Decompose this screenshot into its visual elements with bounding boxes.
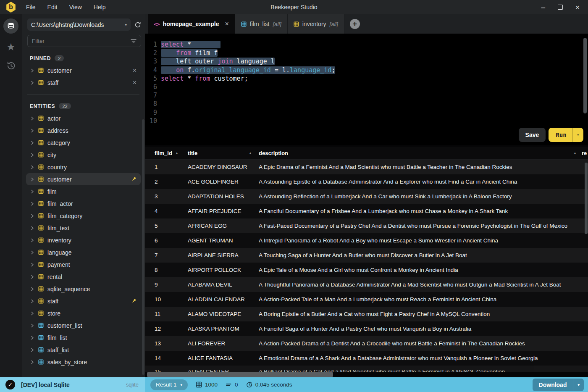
sidebar-item-actor[interactable]: actor (26, 112, 141, 124)
table-row[interactable]: 8AIRPORT POLLOCKA Epic Tale of a Moose A… (145, 263, 588, 277)
chevron-right-icon[interactable] (30, 360, 34, 364)
sidebar-item-language[interactable]: language (26, 246, 141, 258)
chevron-right-icon[interactable] (30, 324, 34, 328)
chevron-right-icon[interactable] (30, 116, 34, 121)
chevron-right-icon[interactable] (30, 129, 34, 133)
table-row[interactable]: 14ALICE FANTASIAA Emotional Drama of a A… (145, 351, 588, 366)
chevron-right-icon[interactable] (30, 336, 34, 340)
chevron-right-icon[interactable] (30, 202, 34, 206)
menu-edit[interactable]: Edit (45, 3, 60, 11)
chevron-right-icon[interactable] (30, 299, 34, 303)
column-header-film_id[interactable]: film_id▲ (155, 150, 188, 156)
sidebar-item-store[interactable]: store (26, 307, 141, 319)
database-icon[interactable] (3, 18, 18, 34)
save-button[interactable]: Save (519, 128, 546, 142)
table-row[interactable]: 10ALADDIN CALENDARA Action-Packed Tale o… (145, 292, 588, 307)
table-row[interactable]: 13ALI FOREVERA Action-Packed Drama of a … (145, 336, 588, 351)
sidebar-item-rental[interactable]: rental (26, 271, 141, 283)
history-icon[interactable] (6, 61, 16, 71)
chevron-right-icon[interactable] (30, 153, 34, 157)
chevron-right-icon[interactable] (30, 226, 34, 230)
filter-icon[interactable] (131, 39, 136, 44)
minimize-icon[interactable]: – (541, 4, 545, 11)
connection-status[interactable]: ✓ [DEV] local Sqlite sqlite (0, 377, 145, 392)
sidebar-item-staff_list[interactable]: staff_list (26, 344, 141, 356)
editor-scrollbar[interactable] (583, 38, 587, 113)
table-row[interactable]: 4AFFAIR PREJUDICEA Fanciful Documentary … (145, 204, 588, 218)
filter-input[interactable] (32, 38, 131, 44)
table-row[interactable]: 6AGENT TRUMANA Intrepid Panorama of a Ro… (145, 233, 588, 248)
sidebar-item-staff[interactable]: staff (26, 295, 141, 307)
chevron-right-icon[interactable] (30, 68, 34, 73)
pinned-item-staff[interactable]: staff× (26, 76, 141, 89)
close-window-icon[interactable]: × (575, 4, 580, 11)
table-row[interactable]: 1ACADEMY DINOSAURA Epic Drama of a Femin… (145, 160, 588, 174)
chevron-right-icon[interactable] (30, 238, 34, 242)
sidebar-item-inventory[interactable]: inventory (26, 234, 141, 246)
download-button-label[interactable]: Download (533, 379, 573, 391)
sidebar-item-customer_list[interactable]: customer_list (26, 319, 141, 331)
sidebar-item-film_category[interactable]: film_category (26, 210, 141, 222)
run-dropdown-icon[interactable]: ▾ (572, 128, 583, 142)
refresh-icon[interactable] (134, 21, 141, 28)
chevron-right-icon[interactable] (30, 81, 34, 85)
sidebar-item-film[interactable]: film (26, 185, 141, 197)
column-header-re[interactable]: re (582, 150, 588, 156)
table-row[interactable]: 2ACE GOLDFINGERA Astounding Epistle of a… (145, 174, 588, 189)
maximize-icon[interactable] (558, 5, 563, 10)
sidebar-item-category[interactable]: category (26, 137, 141, 149)
sidebar-item-payment[interactable]: payment (26, 258, 141, 271)
chevron-right-icon[interactable] (30, 311, 34, 316)
sort-asc-icon[interactable]: ▲ (573, 151, 577, 155)
menu-file[interactable]: File (24, 3, 38, 11)
table-row[interactable]: 15ALIEN CENTERA Brilliant Drama of a Cat… (145, 366, 588, 372)
sidebar-item-film_text[interactable]: film_text (26, 222, 141, 234)
chevron-right-icon[interactable] (30, 165, 34, 169)
table-row[interactable]: 7AIRPLANE SIERRAA Touching Saga of a Hun… (145, 248, 588, 263)
table-row[interactable]: 3ADAPTATION HOLESA Astounding Reflection… (145, 189, 588, 204)
unpin-close-icon[interactable]: × (133, 67, 136, 74)
sidebar-item-city[interactable]: city (26, 149, 141, 161)
tab-homepage_example[interactable]: <>homepage_example× (148, 14, 235, 34)
results-horizontal-scrollbar[interactable] (147, 372, 333, 377)
sidebar-item-sqlite_sequence[interactable]: sqlite_sequence (26, 283, 141, 295)
sort-asc-icon[interactable]: ▲ (249, 151, 252, 155)
sidebar-item-country[interactable]: country (26, 161, 141, 173)
favorites-star-icon[interactable]: ★ (6, 42, 16, 52)
chevron-right-icon[interactable] (30, 189, 34, 194)
chevron-right-icon[interactable] (30, 275, 34, 279)
table-row[interactable]: 5AFRICAN EGGA Fast-Paced Documentary of … (145, 218, 588, 233)
unpin-close-icon[interactable]: × (133, 79, 136, 86)
run-button-label[interactable]: Run (549, 128, 572, 142)
results-vertical-scrollbar[interactable] (585, 163, 588, 234)
tab-inventory[interactable]: inventory[all] (288, 14, 344, 34)
result-selector[interactable]: Result 1 ▾ (150, 379, 188, 390)
chevron-right-icon[interactable] (30, 214, 34, 218)
database-selector[interactable]: C:\Users\ghstng\Downloads ▾ (27, 18, 131, 31)
sidebar-item-sales_by_store[interactable]: sales_by_store (26, 356, 141, 368)
chevron-right-icon[interactable] (30, 348, 34, 352)
sidebar-scrollbar[interactable] (142, 119, 144, 375)
column-header-description[interactable]: description▲ (259, 150, 582, 156)
sort-asc-icon[interactable]: ▲ (175, 151, 178, 155)
tab-film_list[interactable]: film_list[all] (235, 14, 288, 34)
run-button[interactable]: Run ▾ (549, 128, 583, 142)
chevron-right-icon[interactable] (30, 250, 34, 255)
pinned-item-customer[interactable]: customer× (26, 64, 141, 76)
chevron-right-icon[interactable] (30, 287, 34, 291)
new-tab-button[interactable]: + (350, 19, 360, 29)
chevron-right-icon[interactable] (30, 263, 34, 267)
menu-view[interactable]: View (67, 3, 84, 11)
sidebar-item-customer[interactable]: customer (26, 173, 141, 185)
download-button[interactable]: Download ▾ (533, 379, 584, 391)
close-tab-icon[interactable]: × (225, 21, 229, 27)
chevron-right-icon[interactable] (30, 141, 34, 145)
menu-help[interactable]: Help (91, 3, 108, 11)
download-dropdown-icon[interactable]: ▾ (573, 379, 584, 391)
column-header-title[interactable]: title▲ (188, 150, 259, 156)
sidebar-item-film_list[interactable]: film_list (26, 331, 141, 344)
chevron-right-icon[interactable] (30, 177, 34, 182)
table-row[interactable]: 9ALABAMA DEVILA Thoughtful Panorama of a… (145, 277, 588, 292)
sidebar-item-address[interactable]: address (26, 124, 141, 137)
table-row[interactable]: 11ALAMO VIDEOTAPEA Boring Epistle of a B… (145, 307, 588, 321)
